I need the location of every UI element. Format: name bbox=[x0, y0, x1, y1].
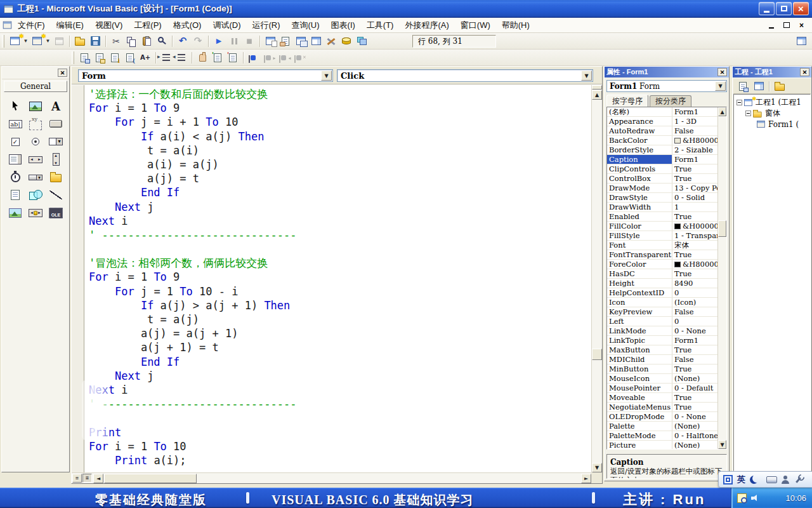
prop-scroll-thumb[interactable] bbox=[718, 220, 726, 237]
tool-shape[interactable] bbox=[27, 187, 44, 203]
mdi-close-button[interactable]: × bbox=[795, 20, 808, 30]
tools-icon[interactable] bbox=[794, 475, 802, 484]
property-name[interactable]: Picture bbox=[607, 441, 672, 450]
property-name[interactable]: OLEDropMode bbox=[607, 412, 672, 421]
ime-icon[interactable] bbox=[723, 475, 733, 485]
property-row[interactable]: NegotiateMenusTrue bbox=[607, 403, 726, 412]
property-row[interactable]: Font宋体 bbox=[607, 241, 726, 250]
menu-item-project[interactable]: 工程(P) bbox=[128, 18, 167, 32]
list-properties-button[interactable] bbox=[77, 51, 92, 65]
toggle-folders-button[interactable] bbox=[773, 80, 786, 93]
menu-item-file[interactable]: 文件(F) bbox=[12, 18, 51, 32]
property-name[interactable]: MaxButton bbox=[607, 345, 672, 354]
property-row[interactable]: KeyPreviewFalse bbox=[607, 307, 726, 317]
find-button[interactable] bbox=[154, 34, 169, 48]
language-indicator[interactable]: 英 bbox=[737, 474, 745, 485]
property-name[interactable]: MinButton bbox=[607, 364, 672, 373]
property-row[interactable]: BackColor&H8000000F& bbox=[607, 136, 726, 145]
project-explorer-button[interactable] bbox=[263, 34, 278, 48]
code-vertical-scrollbar[interactable]: ▲ ▼ bbox=[591, 85, 602, 472]
property-name[interactable]: DrawWidth bbox=[607, 203, 672, 211]
indent-button[interactable] bbox=[159, 51, 174, 65]
split-handle[interactable] bbox=[592, 85, 602, 90]
list-constants-button[interactable] bbox=[92, 51, 107, 65]
property-name[interactable]: (名称) bbox=[607, 107, 672, 116]
properties-dropdown-arrow-icon[interactable]: ▼ bbox=[715, 81, 726, 91]
tool-picturebox[interactable] bbox=[27, 98, 44, 114]
mdi-child-icon[interactable] bbox=[3, 22, 12, 29]
procedure-view-button[interactable]: ≡ bbox=[72, 474, 82, 483]
tool-checkbox[interactable]: ✓ bbox=[7, 133, 23, 150]
menu-item-edit[interactable]: 编辑(E) bbox=[51, 18, 89, 32]
property-name[interactable]: Caption bbox=[607, 155, 672, 164]
redo-button[interactable]: ↷ bbox=[190, 34, 206, 48]
form-layout-button[interactable] bbox=[293, 34, 308, 48]
uncomment-block-button[interactable] bbox=[225, 51, 240, 65]
tool-combobox[interactable] bbox=[48, 133, 64, 150]
keyboard-icon[interactable] bbox=[766, 476, 777, 483]
scroll-left-arrow-icon[interactable]: ◄ bbox=[93, 474, 103, 483]
tab-categorized[interactable]: 按分类序 bbox=[650, 95, 691, 107]
code-horizontal-scrollbar[interactable]: ≡ ≣ ◄ ► bbox=[72, 472, 591, 483]
cut-button[interactable]: ✂ bbox=[108, 34, 124, 48]
tool-hscrollbar[interactable]: ◄► bbox=[27, 151, 44, 168]
horizontal-scroll-thumb[interactable] bbox=[104, 474, 197, 483]
next-bookmark-button[interactable] bbox=[261, 51, 277, 65]
procedure-dropdown-arrow-icon[interactable]: ▼ bbox=[581, 70, 592, 81]
property-name[interactable]: DrawMode bbox=[607, 184, 672, 192]
break-button[interactable] bbox=[226, 34, 242, 48]
view-object-button[interactable] bbox=[752, 80, 766, 93]
property-name[interactable]: NegotiateMenus bbox=[607, 403, 672, 411]
previous-bookmark-button[interactable] bbox=[277, 51, 292, 65]
property-row[interactable]: LinkMode0 - None bbox=[607, 326, 726, 336]
property-row[interactable]: MDIChildFalse bbox=[607, 355, 726, 364]
property-row[interactable]: FillColor&H00000000& bbox=[607, 222, 726, 231]
project-close-button[interactable]: ✕ bbox=[800, 68, 809, 76]
property-row[interactable]: MaxButtonTrue bbox=[607, 345, 726, 355]
edit-toolbar-grip[interactable] bbox=[72, 51, 74, 64]
object-browser-button[interactable] bbox=[308, 34, 324, 48]
tree-node-project[interactable]: 工程1 (工程1 bbox=[734, 97, 810, 108]
menu-item-format[interactable]: 格式(O) bbox=[167, 18, 207, 32]
toolbox-button[interactable] bbox=[324, 34, 339, 48]
property-name[interactable]: HelpContextID bbox=[607, 288, 672, 297]
tool-filelistbox[interactable] bbox=[7, 187, 23, 203]
tool-dirlistbox[interactable] bbox=[48, 169, 64, 185]
property-name[interactable]: Appearance bbox=[607, 117, 672, 126]
property-name[interactable]: Height bbox=[607, 279, 672, 288]
tab-alphabetic[interactable]: 按字母序 bbox=[606, 95, 648, 107]
property-name[interactable]: BackColor bbox=[607, 136, 672, 145]
vertical-scroll-thumb[interactable] bbox=[592, 349, 602, 360]
property-row[interactable]: Picture(None) bbox=[607, 441, 726, 450]
property-name[interactable]: Palette bbox=[607, 422, 672, 431]
outdent-button[interactable] bbox=[174, 51, 189, 65]
tree-node-form1[interactable]: Form1 ( bbox=[734, 119, 810, 130]
property-name[interactable]: Left bbox=[607, 317, 672, 326]
maximize-button[interactable] bbox=[776, 2, 792, 15]
property-name[interactable]: ClipControls bbox=[607, 164, 672, 173]
property-name[interactable]: FillColor bbox=[607, 222, 672, 231]
properties-window-button[interactable] bbox=[278, 34, 293, 48]
property-row[interactable]: MouseIcon(None) bbox=[607, 374, 726, 384]
tool-vscrollbar[interactable]: ▲▼ bbox=[48, 151, 64, 168]
property-name[interactable]: LinkMode bbox=[607, 326, 672, 335]
toolbox-tab-general[interactable]: General bbox=[4, 81, 67, 92]
comment-block-button[interactable] bbox=[210, 51, 225, 65]
tool-pointer[interactable] bbox=[7, 98, 23, 114]
tool-label[interactable]: A bbox=[48, 98, 64, 114]
open-project-button[interactable] bbox=[72, 34, 88, 48]
toolbox-close-button[interactable]: ✕ bbox=[58, 69, 67, 77]
menu-item-addins[interactable]: 外接程序(A) bbox=[399, 18, 454, 32]
copy-button[interactable] bbox=[124, 34, 139, 48]
menu-item-tools[interactable]: 工具(T) bbox=[361, 18, 400, 32]
menu-item-query[interactable]: 查询(U) bbox=[286, 18, 325, 32]
minimize-button[interactable] bbox=[759, 2, 775, 15]
property-row[interactable]: Palette(None) bbox=[607, 422, 726, 431]
tool-data[interactable]: ◄► bbox=[27, 204, 44, 221]
property-name[interactable]: LinkTopic bbox=[607, 336, 672, 345]
property-row[interactable]: DrawWidth1 bbox=[607, 203, 726, 212]
prop-scroll-down-icon[interactable]: ▼ bbox=[718, 440, 726, 449]
property-row[interactable]: DrawStyle0 - Solid bbox=[607, 193, 726, 203]
property-row[interactable]: ControlBoxTrue bbox=[607, 174, 726, 184]
scroll-up-arrow-icon[interactable]: ▲ bbox=[592, 90, 602, 100]
